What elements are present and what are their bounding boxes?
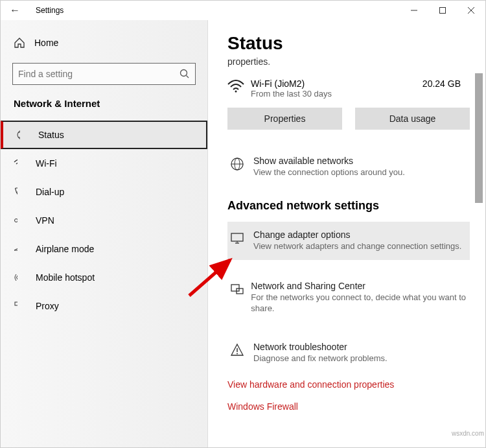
page-subtitle: properties. bbox=[227, 56, 470, 67]
nav-label: Dial-up bbox=[36, 187, 64, 197]
wifi-period: From the last 30 days bbox=[251, 89, 422, 99]
scrollbar-thumb[interactable] bbox=[475, 73, 483, 203]
nav-vpn[interactable]: VPN bbox=[1, 206, 207, 235]
search-icon bbox=[179, 69, 190, 79]
wifi-icon bbox=[227, 78, 251, 95]
svg-rect-1 bbox=[440, 8, 446, 14]
adapter-icon bbox=[230, 230, 253, 248]
nav-hotspot[interactable]: Mobile hotspot bbox=[1, 263, 207, 292]
link-desc: Diagnose and fix network problems. bbox=[253, 353, 388, 364]
back-button[interactable]: ← bbox=[10, 5, 23, 16]
settings-window: ← Settings Home Network & Internet Statu… bbox=[0, 0, 486, 448]
nav-label: Airplane mode bbox=[36, 244, 94, 254]
nav-dialup[interactable]: Dial-up bbox=[1, 178, 207, 206]
nav-label: Status bbox=[38, 130, 64, 140]
troubleshooter-link[interactable]: Network troubleshooter Diagnose and fix … bbox=[227, 335, 470, 371]
sidebar: Home Network & Internet Status Wi-Fi Dia… bbox=[1, 20, 208, 447]
home-label: Home bbox=[34, 38, 58, 48]
content-pane: Status properties. Wi-Fi (JioM2) From th… bbox=[208, 20, 485, 447]
vpn-icon bbox=[14, 216, 27, 225]
wifi-name: Wi-Fi (JioM2) bbox=[251, 78, 422, 89]
svg-rect-22 bbox=[231, 233, 243, 241]
nav-label: Proxy bbox=[36, 301, 59, 311]
nav-label: VPN bbox=[36, 215, 54, 226]
svg-point-18 bbox=[235, 91, 237, 93]
minimize-button[interactable] bbox=[400, 1, 428, 20]
nav-status[interactable]: Status bbox=[1, 121, 207, 149]
hardware-properties-link[interactable]: View hardware and connection properties bbox=[227, 379, 470, 390]
link-title: Change adapter options bbox=[253, 230, 461, 240]
link-desc: For the networks you connect to, decide … bbox=[251, 292, 467, 314]
page-title: Status bbox=[227, 33, 470, 54]
nav-airplane[interactable]: Airplane mode bbox=[1, 235, 207, 263]
link-desc: View the connection options around you. bbox=[253, 167, 405, 178]
show-networks-link[interactable]: Show available networks View the connect… bbox=[227, 149, 470, 185]
svg-point-28 bbox=[237, 353, 238, 354]
wifi-usage-row: Wi-Fi (JioM2) From the last 30 days 20.2… bbox=[227, 78, 470, 99]
link-title: Network troubleshooter bbox=[253, 342, 388, 352]
svg-line-5 bbox=[187, 76, 189, 78]
window-title: Settings bbox=[36, 6, 64, 15]
nav-wifi[interactable]: Wi-Fi bbox=[1, 149, 207, 178]
globe-icon bbox=[230, 156, 253, 174]
svg-point-6 bbox=[17, 130, 20, 139]
change-adapter-link[interactable]: Change adapter options View network adap… bbox=[227, 222, 470, 260]
svg-point-9 bbox=[15, 219, 18, 222]
advanced-heading: Advanced network settings bbox=[227, 199, 470, 213]
nav-label: Wi-Fi bbox=[36, 158, 57, 169]
home-icon bbox=[14, 37, 25, 49]
svg-rect-25 bbox=[231, 285, 239, 291]
titlebar: ← Settings bbox=[1, 1, 485, 20]
window-controls bbox=[400, 1, 485, 20]
airplane-icon bbox=[14, 243, 27, 255]
link-title: Network and Sharing Center bbox=[251, 281, 467, 291]
wifi-icon bbox=[14, 158, 27, 169]
svg-point-4 bbox=[181, 70, 187, 77]
search-box[interactable] bbox=[12, 63, 196, 85]
search-input[interactable] bbox=[18, 69, 179, 79]
dialup-icon bbox=[14, 186, 27, 198]
hotspot-icon bbox=[14, 272, 27, 283]
close-button[interactable] bbox=[457, 1, 485, 20]
proxy-icon bbox=[14, 300, 27, 312]
watermark: wsxdn.com bbox=[452, 430, 484, 437]
sharing-center-link[interactable]: Network and Sharing Center For the netwo… bbox=[227, 274, 470, 321]
data-usage-button[interactable]: Data usage bbox=[355, 108, 470, 130]
svg-rect-14 bbox=[15, 302, 17, 305]
nav-label: Mobile hotspot bbox=[36, 272, 95, 283]
link-desc: View network adapters and change connect… bbox=[253, 241, 461, 252]
nav-proxy[interactable]: Proxy bbox=[1, 292, 207, 320]
home-link[interactable]: Home bbox=[1, 32, 207, 54]
properties-button[interactable]: Properties bbox=[227, 108, 342, 130]
warning-icon bbox=[230, 342, 253, 360]
status-icon bbox=[16, 129, 29, 141]
firewall-link[interactable]: Windows Firewall bbox=[227, 401, 470, 412]
wifi-usage: 20.24 GB bbox=[422, 78, 470, 89]
maximize-button[interactable] bbox=[428, 1, 457, 20]
section-label: Network & Internet bbox=[1, 98, 207, 109]
link-title: Show available networks bbox=[253, 156, 405, 166]
sharing-icon bbox=[230, 281, 251, 299]
